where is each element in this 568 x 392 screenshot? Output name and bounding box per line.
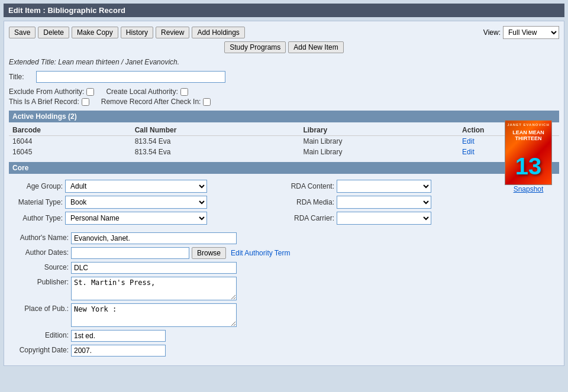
page-wrapper: Edit Item : Bibliographic Record Save De… [0, 0, 568, 392]
title-bar-label: Edit Item : Bibliographic Record [8, 6, 125, 15]
exclude-from-authority-label: Exclude From Authority: [9, 88, 84, 96]
holdings-library-0: Main Library [299, 136, 459, 147]
author-type-select[interactable]: Personal Name Corporate Name Conference … [65, 212, 207, 225]
rda-media-label: RDA Media: [284, 198, 334, 206]
author-type-label: Author Type: [12, 214, 63, 222]
publisher-textarea[interactable]: St. Martin's Press, [71, 277, 237, 300]
toolbar-row: Save Delete Make Copy History Review Add… [9, 26, 559, 39]
exclude-from-authority-checkbox[interactable] [86, 88, 94, 96]
title-section: Title: [9, 71, 559, 83]
review-button[interactable]: Review [156, 27, 189, 38]
rda-content-select[interactable] [337, 180, 431, 193]
publisher-row: Publisher: St. Martin's Press, [12, 277, 556, 300]
remove-after-checkin-checkbox[interactable] [203, 98, 211, 106]
title-label: Title: [9, 73, 33, 81]
material-type-field: Material Type: Book DVD Magazine [12, 196, 284, 209]
toolbar-left: Save Delete Make Copy History Review Add… [9, 27, 245, 38]
form-area: Extended Title: Lean mean thirteen / Jan… [9, 58, 559, 361]
view-select[interactable]: Full View Brief View MARC View [503, 26, 559, 39]
brief-record-checkbox[interactable] [82, 98, 89, 106]
core-header: Core [9, 162, 559, 174]
holdings-callnumber-0: 813.54 Eva [131, 136, 300, 147]
age-group-select[interactable]: Adult Juvenile Young Adult [65, 180, 207, 193]
source-row: Source: [12, 262, 556, 274]
edition-row: Edition: [12, 330, 556, 342]
make-copy-button[interactable]: Make Copy [72, 27, 118, 38]
edition-label: Edition: [12, 330, 69, 339]
col-library: Library [299, 125, 459, 136]
source-label: Source: [12, 262, 69, 271]
book-cover-author: JANET EVANOVICH [507, 123, 550, 127]
holdings-library-1: Main Library [299, 147, 459, 157]
title-bar: Edit Item : Bibliographic Record [4, 4, 564, 17]
copyright-date-input[interactable] [71, 345, 166, 357]
book-cover-number: 13 [515, 153, 542, 180]
copyright-date-label: Copyright Date: [12, 345, 69, 354]
browse-button[interactable]: Browse [192, 247, 226, 259]
book-cover: JANET EVANOVICH LEAN MEANTHIRTEEN 13 [505, 120, 552, 185]
place-of-pub-textarea[interactable]: New York : [71, 303, 237, 327]
create-local-authority-checkbox[interactable] [180, 88, 188, 96]
source-input[interactable] [71, 262, 237, 274]
brief-record-label: This Is A Brief Record: [9, 98, 79, 106]
brief-record-item: This Is A Brief Record: [9, 98, 89, 106]
authors-name-row: Author's Name: [12, 232, 556, 244]
history-button[interactable]: History [121, 27, 153, 38]
holdings-table-row: 16044 813.54 Eva Main Library Edit [9, 136, 559, 147]
holdings-barcode-0: 16044 [9, 136, 131, 147]
checkbox-row-1: Exclude From Authority: Create Local Aut… [9, 88, 559, 96]
add-new-item-button[interactable]: Add New Item [288, 41, 343, 53]
rda-content-label: RDA Content: [284, 182, 334, 190]
toolbar-view: View: Full View Brief View MARC View [483, 26, 559, 39]
holdings-callnumber-1: 813.54 Eva [131, 147, 300, 157]
snapshot-area: JANET EVANOVICH LEAN MEANTHIRTEEN 13 Sna… [505, 120, 552, 193]
study-programs-button[interactable]: Study Programs [224, 41, 286, 53]
save-button[interactable]: Save [9, 27, 36, 38]
main-content: Save Delete Make Copy History Review Add… [4, 21, 564, 366]
holdings-barcode-1: 16045 [9, 147, 131, 157]
remove-after-checkin-label: Remove Record After Check In: [101, 98, 201, 106]
material-type-label: Material Type: [12, 198, 63, 206]
col-barcode: Barcode [9, 125, 131, 136]
secondary-toolbar: Study Programs Add New Item [9, 41, 559, 53]
rda-media-field: RDA Media: [284, 196, 556, 209]
holdings-table: Barcode Call Number Library Action 16044… [9, 125, 559, 157]
view-label: View: [483, 28, 501, 37]
snapshot-link[interactable]: Snapshot [514, 185, 544, 193]
holdings-section: Active Holdings (2) Barcode Call Number … [9, 111, 559, 157]
author-dates-row: Author Dates: Browse Edit Authority Term [12, 247, 556, 259]
edit-authority-term-link[interactable]: Edit Authority Term [231, 249, 291, 257]
author-dates-controls: Browse Edit Authority Term [71, 247, 291, 259]
authors-name-label: Author's Name: [12, 232, 69, 242]
delete-button[interactable]: Delete [38, 27, 69, 38]
rda-carrier-select[interactable] [337, 212, 431, 225]
author-type-field: Author Type: Personal Name Corporate Nam… [12, 212, 284, 225]
col-callnumber: Call Number [131, 125, 300, 136]
exclude-from-authority-item: Exclude From Authority: [9, 88, 94, 96]
holdings-table-row: 16045 813.54 Eva Main Library Edit [9, 147, 559, 157]
author-dates-label: Author Dates: [12, 247, 69, 257]
remove-after-checkin-item: Remove Record After Check In: [101, 98, 211, 106]
rda-carrier-field: RDA Carrier: [284, 212, 556, 225]
holdings-table-header-row: Barcode Call Number Library Action [9, 125, 559, 136]
material-type-select[interactable]: Book DVD Magazine [65, 196, 207, 209]
holdings-edit-link-0[interactable]: Edit [462, 137, 475, 145]
place-of-pub-row: Place of Pub.: New York : [12, 303, 556, 327]
publisher-label: Publisher: [12, 277, 69, 286]
edition-input[interactable] [71, 330, 166, 342]
holdings-edit-link-1[interactable]: Edit [462, 148, 475, 156]
bottom-fields: Author's Name: Author Dates: Browse Edit… [9, 231, 559, 361]
age-group-field: Age Group: Adult Juvenile Young Adult [12, 180, 284, 193]
core-grid: Age Group: Adult Juvenile Young Adult Ma… [9, 176, 559, 231]
extended-title: Extended Title: Lean mean thirteen / Jan… [9, 58, 559, 66]
rda-media-select[interactable] [337, 196, 431, 209]
place-of-pub-label: Place of Pub.: [12, 303, 69, 313]
rda-carrier-label: RDA Carrier: [284, 214, 334, 222]
title-input[interactable] [36, 71, 225, 83]
add-holdings-button[interactable]: Add Holdings [192, 27, 244, 38]
authors-name-input[interactable] [71, 232, 237, 244]
author-dates-input[interactable] [71, 247, 189, 259]
book-cover-title: LEAN MEANTHIRTEEN [511, 130, 546, 142]
create-local-authority-item: Create Local Authority: [106, 88, 188, 96]
checkboxes-section: Exclude From Authority: Create Local Aut… [9, 88, 559, 106]
